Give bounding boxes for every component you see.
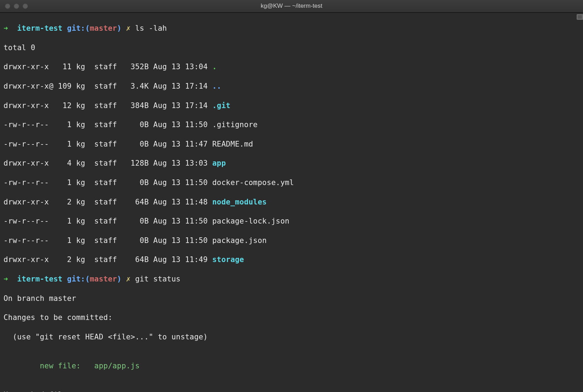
prompt-close-paren: ) <box>117 24 122 32</box>
ls-name-package-lock: package-lock.json <box>212 217 289 225</box>
prompt-dirty-icon: ✗ <box>126 24 131 32</box>
prompt-git-label: git:( <box>67 24 90 32</box>
ls-name-app: app <box>212 159 226 167</box>
ls-row: -rw-r--r-- 1 kg staff 0B Aug 13 11:47 <box>4 140 212 148</box>
ls-row: -rw-r--r-- 1 kg staff 0B Aug 13 11:50 <box>4 217 212 225</box>
ls-name-gitignore: .gitignore <box>212 120 258 129</box>
ls-row: -rw-r--r-- 1 kg staff 0B Aug 13 11:50 <box>4 236 212 245</box>
ls-row: drwxr-xr-x@ 109 kg staff 3.4K Aug 13 17:… <box>4 82 212 90</box>
ls-row: drwxr-xr-x 2 kg staff 64B Aug 13 11:49 <box>4 255 212 264</box>
ls-name-storage: storage <box>212 255 244 264</box>
ls-name-git: .git <box>212 101 230 110</box>
command-2: git status <box>135 275 180 283</box>
window-titlebar: kg@KW — ~/iterm-test <box>0 0 583 13</box>
prompt-dir: iterm-test <box>17 24 63 32</box>
status-new-file: new file: app/app.js <box>4 361 579 371</box>
prompt-dir: iterm-test <box>17 275 63 283</box>
window-title: kg@KW — ~/iterm-test <box>0 2 583 10</box>
ls-name-dot: . <box>212 63 217 71</box>
prompt-arrow-icon: ➜ <box>4 24 8 32</box>
panes-indicator-icon[interactable] <box>577 14 583 20</box>
ls-name-package: package.json <box>212 236 267 245</box>
prompt-branch: master <box>90 24 117 32</box>
prompt-dirty-icon: ✗ <box>126 275 131 283</box>
prompt-arrow-icon: ➜ <box>4 275 8 283</box>
ls-row: drwxr-xr-x 11 kg staff 352B Aug 13 13:04 <box>4 63 212 71</box>
ls-name-dotdot: .. <box>212 82 222 90</box>
ls-row: drwxr-xr-x 2 kg staff 64B Aug 13 11:48 <box>4 198 212 206</box>
ls-row: -rw-r--r-- 1 kg staff 0B Aug 13 11:50 <box>4 178 212 187</box>
ls-name-readme: README.md <box>212 140 253 148</box>
status-line: Changes to be committed: <box>4 313 579 322</box>
prompt-branch: master <box>90 275 117 283</box>
ls-name-docker: docker-compose.yml <box>212 178 294 187</box>
status-line: (use "git reset HEAD <file>..." to unsta… <box>4 332 579 342</box>
status-line: Untracked files: <box>4 390 579 392</box>
terminal-output[interactable]: ➜ iterm-test git:(master) ✗ ls -lah tota… <box>0 13 583 392</box>
status-line: On branch master <box>4 294 579 303</box>
command-1: ls -lah <box>135 24 167 32</box>
ls-row: drwxr-xr-x 12 kg staff 384B Aug 13 17:14 <box>4 101 212 110</box>
ls-total: total 0 <box>4 43 579 53</box>
ls-row: drwxr-xr-x 4 kg staff 128B Aug 13 13:03 <box>4 159 212 167</box>
prompt-close-paren: ) <box>117 275 122 283</box>
ls-row: -rw-r--r-- 1 kg staff 0B Aug 13 11:50 <box>4 120 212 129</box>
ls-name-node-modules: node_modules <box>212 198 267 206</box>
prompt-git-label: git:( <box>67 275 90 283</box>
